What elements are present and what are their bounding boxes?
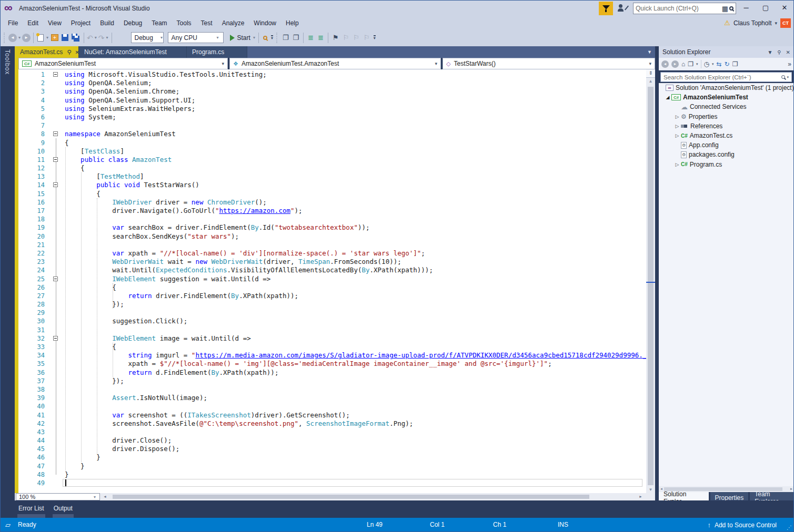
refresh-icon[interactable]: ↻ [725,60,730,68]
menu-tools[interactable]: Tools [172,18,196,28]
collapse-region-icon[interactable] [53,182,58,187]
quick-launch-box[interactable]: ▦ [633,3,736,14]
save-button[interactable] [62,34,68,41]
code-line-49[interactable]: 49 [18,479,646,487]
panel-options-dropdown-icon[interactable]: ▼ [767,49,772,55]
code-line-12[interactable]: 12 { [18,164,646,172]
solution-platform-combo[interactable]: Any CPU ▾ [168,32,224,43]
vertical-scrollbar-thumb[interactable] [648,87,654,485]
se-forward-button[interactable]: ► [671,60,679,68]
code-line-33[interactable]: 33 { [18,343,646,351]
avatar[interactable]: CT [780,18,791,28]
collapse-region-icon[interactable] [53,131,58,136]
navbar-project-combo[interactable]: C# AmazonSeleniumTest ▾ [18,58,228,69]
code-line-34[interactable]: 34 string imgurl = "https://m.media-amaz… [18,351,646,360]
code-editor[interactable]: 1using Microsoft.VisualStudio.TestTools.… [18,69,646,493]
code-line-4[interactable]: 4using OpenQA.Selenium.Support.UI; [18,96,646,105]
menu-debug[interactable]: Debug [119,18,147,28]
scroll-right-icon[interactable]: ► [790,487,793,490]
menu-team[interactable]: Team [147,18,172,28]
toolbar-overflow-icon[interactable]: ▾ [374,35,376,40]
menu-edit[interactable]: Edit [23,18,43,28]
code-line-30[interactable]: 30 suggestion.Click(); [18,317,646,325]
code-line-32[interactable]: 32 IWebElement image = wait.Until(d => [18,334,646,343]
start-debugging-button[interactable]: Start ▾ [230,34,256,42]
tab-nuget-amazonseleniumtest[interactable]: NuGet: AmazonSeleniumTest [79,46,187,58]
tree-item-amazontest-cs[interactable]: ▷C#AmazonTest.cs [659,131,794,140]
toolbox-tab[interactable]: Toolbox [4,49,11,75]
code-line-16[interactable]: 16 IWebDriver driver = new ChromeDriver(… [18,198,646,207]
tab-program-cs[interactable]: Program.cs [187,46,247,58]
collapse-all-icon[interactable]: ❐ [732,60,738,68]
tree-item-packages-config[interactable]: ⚙packages.config [659,150,794,159]
scroll-left-icon[interactable]: ◄ [103,495,107,498]
navigate-backward-button[interactable]: ◄ [8,34,17,42]
se-back-button[interactable]: ◄ [661,60,669,68]
code-line-20[interactable]: 20 searchBox.SendKeys("star wars"); [18,232,646,241]
solution-explorer-search-box[interactable]: ▾ [660,72,792,82]
scroll-left-icon[interactable]: ◄ [660,487,663,490]
menu-window[interactable]: Window [249,18,281,28]
next-bookmark-button[interactable]: ⚐ [353,34,359,42]
code-line-1[interactable]: 1using Microsoft.VisualStudio.TestTools.… [18,70,646,79]
code-line-14[interactable]: 14 public void TestStarWars() [18,181,646,189]
code-line-5[interactable]: 5using SeleniumExtras.WaitHelpers; [18,105,646,113]
clear-bookmarks-button[interactable]: ⚐ [364,34,370,42]
code-line-42[interactable]: 42 screenshot.SaveAsFile(@"C:\temp\scree… [18,420,646,428]
send-feedback-button[interactable] [618,4,627,13]
code-line-13[interactable]: 13 [TestMethod] [18,172,646,181]
menu-build[interactable]: Build [95,18,119,28]
code-line-23[interactable]: 23 WebDriverWait wait = new WebDriverWai… [18,258,646,266]
split-window-handle[interactable]: ⇕ [646,69,655,78]
expander-expanded-icon[interactable]: ◢ [664,95,671,100]
editor-horizontal-scrollbar[interactable]: 100 % ▾ ◄ ► [15,493,655,500]
code-line-2[interactable]: 2using OpenQA.Selenium; [18,79,646,87]
add-item-button[interactable]: + [51,34,58,41]
expander-collapsed-icon[interactable]: ▷ [674,133,681,138]
editor-vertical-scrollbar[interactable]: ⇕ ▲ ▼ [646,69,655,493]
user-dropdown-icon[interactable]: ▾ [775,21,777,26]
code-line-17[interactable]: 17 driver.Navigate().GoToUrl("https://am… [18,207,646,215]
status-column-number[interactable]: Col 1 [430,521,445,528]
solution-search-input[interactable] [664,74,781,80]
bottom-tab-error-list[interactable]: Error List [17,505,45,518]
code-line-9[interactable]: 9{ [18,139,646,147]
collapse-region-icon[interactable] [53,277,58,281]
previous-bookmark-button[interactable]: ⚐ [343,34,349,42]
collapse-region-icon[interactable] [53,336,58,341]
solution-explorer-title-bar[interactable]: Solution Explorer ▼ ⚲ ✕ [659,46,794,58]
tree-item-amazonseleniumtest[interactable]: ◢C#AmazonSeleniumTest [659,93,794,102]
code-line-35[interactable]: 35 xpath = $"//*[local-name() = 'img'][@… [18,360,646,368]
save-all-button[interactable] [72,34,80,42]
code-line-44[interactable]: 44 driver.Close(); [18,436,646,445]
resize-grip[interactable]: ⋰ [787,525,792,530]
code-line-45[interactable]: 45 driver.Dispose(); [18,445,646,453]
redo-dropdown-icon[interactable]: ▾ [106,35,108,40]
navigate-forward-button[interactable]: ► [22,34,31,42]
navbar-type-combo[interactable]: ❖ AmazonSeleniumTest.AmazonTest ▾ [229,58,441,69]
undo-button[interactable]: ↶ [87,34,93,42]
pin-icon[interactable]: ⚲ [777,49,781,55]
pin-icon[interactable]: ⚲ [67,49,71,56]
navbar-member-combo[interactable]: ◇ TestStarWars() ▾ [443,58,655,69]
toolbar-overflow-icon[interactable]: ▾ [271,35,273,40]
code-line-28[interactable]: 28 }); [18,300,646,309]
code-line-21[interactable]: 21 [18,241,646,249]
close-panel-icon[interactable]: ✕ [786,49,790,55]
code-line-22[interactable]: 22 var xpath = "//*[local-name() = 'div'… [18,249,646,258]
toolbar-grip[interactable] [4,33,6,43]
collapse-region-icon[interactable] [53,72,58,77]
code-line-25[interactable]: 25 IWebElement suggestion = wait.Until(d… [18,275,646,283]
expander-collapsed-icon[interactable]: ▷ [674,114,681,119]
toolbar-grip[interactable] [276,33,279,43]
code-line-6[interactable]: 6using System; [18,113,646,121]
code-line-46[interactable]: 46 } [18,453,646,462]
close-button[interactable]: ✕ [776,0,793,16]
collapse-region-icon[interactable] [53,157,58,162]
code-line-40[interactable]: 40 [18,402,646,411]
show-all-files-icon[interactable]: ❐ [688,60,694,68]
code-line-47[interactable]: 47 } [18,462,646,470]
decrease-indent-button[interactable]: ≣ [308,34,314,42]
code-line-48[interactable]: 48} [18,470,646,479]
expander-collapsed-icon[interactable]: ▷ [674,124,681,129]
